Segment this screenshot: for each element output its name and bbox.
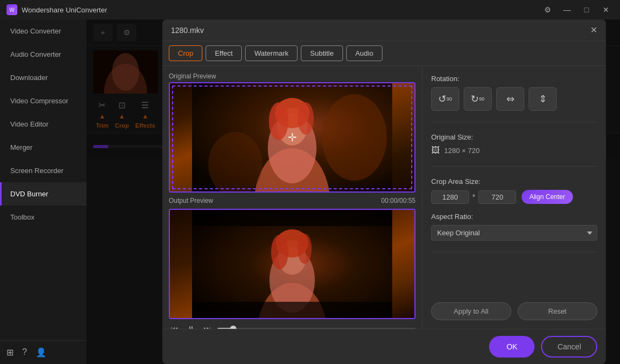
- output-preview-section: Output Preview 00:00/00:55: [169, 197, 415, 329]
- svg-rect-21: [192, 210, 392, 226]
- action-buttons: Apply to All Reset: [431, 302, 597, 320]
- crop-height-input[interactable]: [478, 190, 516, 204]
- original-preview-section: Original Preview: [169, 72, 415, 193]
- tabs-row: Crop Effect Watermark Subtitle Audio: [162, 41, 606, 66]
- svg-point-9: [269, 102, 288, 140]
- sidebar-item-video-converter[interactable]: Video Converter: [0, 19, 87, 43]
- divider-2: [431, 166, 597, 167]
- divider-1: [431, 122, 597, 122]
- tab-effect[interactable]: Effect: [206, 45, 242, 61]
- modal-body: Original Preview: [162, 66, 606, 329]
- apply-to-all-button[interactable]: Apply to All: [431, 302, 511, 320]
- svg-point-20: [298, 234, 312, 264]
- modal-footer: OK Cancel: [162, 329, 606, 364]
- close-button[interactable]: ✕: [598, 4, 614, 15]
- play-forward-button[interactable]: ⏭: [201, 322, 213, 329]
- tab-crop[interactable]: Crop: [169, 45, 202, 61]
- rotate-ccw-button[interactable]: ↺90: [431, 87, 459, 111]
- playback-header: Output Preview 00:00/00:55: [169, 197, 415, 207]
- aspect-ratio-select[interactable]: Keep Original 16:9 4:3 1:1 9:16: [431, 225, 597, 241]
- aspect-ratio-label: Aspect Ratio:: [431, 213, 597, 221]
- output-preview-wrap: [169, 209, 415, 319]
- sidebar-item-toolbox[interactable]: Toolbox: [0, 206, 87, 229]
- rotation-section: Rotation: ↺90 ↻90 ⇔ ⇕: [431, 75, 597, 111]
- modal-title: 1280.mkv: [171, 26, 204, 35]
- settings-button[interactable]: ⚙: [540, 4, 555, 15]
- ok-button[interactable]: OK: [489, 336, 535, 358]
- align-center-button[interactable]: Align Center: [522, 190, 572, 204]
- rotation-buttons: ↺90 ↻90 ⇔ ⇕: [431, 87, 597, 111]
- crop-area-section: Crop Area Size: * Align Center: [431, 177, 597, 204]
- maximize-button[interactable]: □: [579, 4, 594, 15]
- flip-h-button[interactable]: ⇔: [496, 87, 524, 111]
- app-logo: W: [6, 4, 17, 15]
- progress-thumb: [230, 326, 236, 329]
- sidebar-item-audio-converter[interactable]: Audio Converter: [0, 43, 87, 66]
- svg-point-19: [271, 235, 288, 269]
- divider-3: [431, 252, 597, 252]
- original-preview: ✛: [170, 83, 414, 191]
- playback-controls: ⏮ ⏸ ⏭: [169, 319, 415, 329]
- original-size-value: 1280 × 720: [444, 147, 479, 155]
- play-back-button[interactable]: ⏮: [169, 322, 181, 329]
- reset-button[interactable]: Reset: [518, 302, 598, 320]
- svg-point-10: [298, 102, 314, 135]
- sidebar-item-video-editor[interactable]: Video Editor: [0, 112, 87, 136]
- modal-header: 1280.mkv ✕: [162, 19, 606, 41]
- help-icon[interactable]: ?: [22, 347, 27, 358]
- title-bar: W Wondershare UniConverter ⚙ — □ ✕: [0, 0, 620, 19]
- tab-subtitle[interactable]: Subtitle: [301, 45, 342, 61]
- play-pause-button[interactable]: ⏸: [185, 322, 197, 329]
- crop-separator: *: [472, 193, 475, 201]
- crop-width-input[interactable]: [431, 190, 469, 204]
- sidebar-bottom: ⊞ ? 👤: [0, 340, 87, 364]
- svg-point-11: [322, 94, 387, 181]
- original-preview-label: Original Preview: [169, 72, 415, 80]
- sidebar-item-merger[interactable]: Merger: [0, 136, 87, 159]
- modal: 1280.mkv ✕ Crop Effect Watermark Subtitl…: [162, 19, 606, 364]
- crop-crosshair: ✛: [288, 131, 297, 144]
- sidebar: Video Converter Audio Converter Download…: [0, 19, 87, 364]
- original-size-label: Original Size:: [431, 133, 597, 141]
- video-section: Original Preview: [162, 66, 422, 329]
- main-layout: Video Converter Audio Converter Download…: [0, 19, 620, 364]
- title-bar-left: W Wondershare UniConverter: [6, 4, 107, 15]
- original-preview-wrap: ✛: [169, 82, 415, 193]
- app-title: Wondershare UniConverter: [22, 6, 107, 14]
- modal-close-button[interactable]: ✕: [590, 25, 597, 35]
- rotate-cw-button[interactable]: ↻90: [464, 87, 492, 111]
- output-preview: [170, 210, 414, 318]
- original-size-section: Original Size: 🖼 1280 × 720: [431, 133, 597, 155]
- cancel-button[interactable]: Cancel: [541, 336, 597, 358]
- output-preview-label: Output Preview: [169, 197, 213, 204]
- layout-icon[interactable]: ⊞: [6, 347, 14, 358]
- tab-audio[interactable]: Audio: [346, 45, 382, 61]
- aspect-ratio-section: Aspect Ratio: Keep Original 16:9 4:3 1:1…: [431, 213, 597, 241]
- modal-overlay: 1280.mkv ✕ Crop Effect Watermark Subtitl…: [87, 19, 620, 364]
- sidebar-item-dvd-burner[interactable]: DVD Burner: [0, 182, 87, 206]
- sidebar-item-video-compressor[interactable]: Video Compressor: [0, 89, 87, 112]
- flip-v-button[interactable]: ⇕: [529, 87, 557, 111]
- account-icon[interactable]: 👤: [36, 347, 47, 358]
- svg-rect-22: [192, 302, 392, 318]
- timestamp: 00:00/00:55: [381, 197, 415, 204]
- minimize-button[interactable]: —: [559, 4, 575, 15]
- title-bar-controls: ⚙ — □ ✕: [540, 4, 614, 15]
- crop-area-label: Crop Area Size:: [431, 177, 597, 186]
- right-panel: Rotation: ↺90 ↻90 ⇔ ⇕ Original Size:: [422, 66, 606, 329]
- tab-watermark[interactable]: Watermark: [245, 45, 298, 61]
- sidebar-item-downloader[interactable]: Downloader: [0, 66, 87, 89]
- original-size-row: 🖼 1280 × 720: [431, 145, 597, 155]
- sidebar-item-screen-recorder[interactable]: Screen Recorder: [0, 159, 87, 182]
- rotation-label: Rotation:: [431, 75, 597, 83]
- content-area: + ⚙ ✂ ▲ Trim: [87, 19, 620, 364]
- progress-bar[interactable]: [217, 328, 415, 329]
- crop-area-row: * Align Center: [431, 190, 597, 204]
- size-icon: 🖼: [431, 145, 440, 155]
